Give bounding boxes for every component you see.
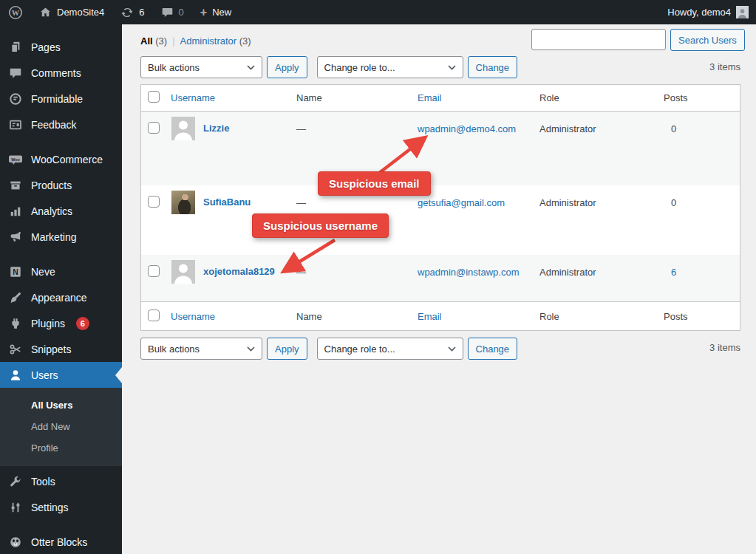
settings-icon (8, 500, 23, 515)
user-name: — (296, 267, 306, 278)
select-all-checkbox[interactable] (148, 310, 160, 321)
account-avatar[interactable] (736, 6, 749, 18)
sidebar-item-users[interactable]: Users (0, 362, 122, 388)
filter-all-count: (3) (155, 35, 167, 47)
updates-count: 6 (139, 7, 144, 18)
sidebar-item-settings[interactable]: Settings (0, 494, 122, 520)
search-users-button[interactable]: Search Users (670, 29, 745, 51)
column-header-posts: Posts (664, 92, 688, 103)
apply-button[interactable]: Apply (267, 338, 307, 360)
filter-separator: | (172, 35, 174, 47)
sidebar-item-plugins[interactable]: Plugins 6 (0, 310, 122, 336)
change-role-select[interactable]: Change role to... (317, 56, 463, 78)
sidebar-item-pages[interactable]: Pages (0, 34, 122, 60)
sidebar-item-neve[interactable]: N Neve (0, 259, 122, 284)
bulk-actions-select[interactable]: Bulk actions (140, 56, 262, 78)
user-avatar (171, 260, 195, 284)
user-email-link[interactable]: getsufia@gmail.com (418, 197, 505, 208)
admin-bar: W DemoSite4 6 0 + New Howdy, demo4 (0, 0, 756, 24)
tools-icon (8, 474, 23, 489)
feedback-icon (8, 117, 23, 132)
column-header-name: Name (296, 92, 322, 103)
user-role: Administrator (539, 267, 596, 278)
submenu-item-all-users[interactable]: All Users (0, 394, 122, 416)
column-header-username[interactable]: Username (171, 92, 215, 103)
sidebar-item-comments[interactable]: Comments (0, 60, 122, 86)
user-role: Administrator (539, 123, 596, 134)
plugins-update-badge: 6 (76, 317, 89, 330)
wordpress-logo-icon: W (8, 5, 23, 20)
updates-icon (120, 6, 134, 19)
annotation-suspicious-email: Suspicious email (318, 171, 431, 196)
column-header-email[interactable]: Email (418, 92, 442, 103)
sidebar-item-formidable[interactable]: Formidable (0, 86, 122, 112)
snippets-icon (8, 342, 23, 357)
column-footer-username[interactable]: Username (171, 311, 215, 322)
user-posts-count: 0 (671, 197, 676, 208)
sidebar-item-feedback[interactable]: Feedback (0, 112, 122, 137)
sidebar-item-products[interactable]: Products (0, 172, 122, 198)
sidebar-item-tools[interactable]: Tools (0, 468, 122, 494)
username-link[interactable]: Lizzie (203, 117, 229, 140)
updates-menu[interactable]: 6 (112, 0, 152, 24)
user-email-link[interactable]: wpadmin@demo4.com (418, 123, 516, 134)
new-label: New (212, 7, 231, 18)
row-checkbox[interactable] (148, 122, 160, 134)
site-name-menu[interactable]: DemoSite4 (31, 0, 112, 24)
column-header-role: Role (539, 92, 559, 103)
username-link[interactable]: xojetomala8129 (203, 260, 275, 284)
filter-administrator[interactable]: Administrator (180, 35, 237, 47)
apply-button[interactable]: Apply (267, 56, 307, 78)
column-footer-role: Role (539, 311, 559, 322)
column-footer-posts: Posts (664, 311, 688, 322)
appearance-icon (8, 290, 23, 305)
home-icon (39, 6, 52, 18)
comments-count: 0 (179, 7, 184, 18)
comments-icon (8, 66, 23, 81)
admin-sidebar: Pages Comments Formidable Feedback Woo W… (0, 24, 122, 554)
change-role-button[interactable]: Change (468, 56, 518, 78)
table-footer-row: Username Name Email Role Posts (141, 301, 740, 330)
change-role-button[interactable]: Change (468, 338, 518, 360)
howdy-account-menu[interactable]: Howdy, demo4 (667, 7, 731, 18)
products-icon (8, 178, 23, 193)
user-role-filters: All (3)|Administrator (3) (140, 35, 251, 47)
wordpress-logo-menu[interactable]: W (0, 0, 31, 24)
new-content-menu[interactable]: + New (192, 0, 239, 24)
user-email-link[interactable]: wpadmin@instawp.com (418, 267, 519, 278)
sidebar-item-snippets[interactable]: Snippets (0, 336, 122, 362)
sidebar-item-otter-blocks[interactable]: Otter Blocks (0, 529, 122, 554)
svg-text:W: W (12, 9, 20, 17)
users-page-content: All (3)|Administrator (3) Search Users B… (122, 24, 756, 554)
bulk-actions-toolbar-bottom: Bulk actions Apply Change role to... Cha… (140, 338, 517, 360)
chevron-down-icon (247, 65, 255, 70)
submenu-item-add-new[interactable]: Add New (0, 416, 122, 437)
select-all-checkbox[interactable] (148, 91, 160, 103)
user-posts-link[interactable]: 6 (671, 267, 676, 278)
user-row-lizzie: Lizzie — wpadmin@demo4.com Administrator… (141, 112, 740, 185)
plus-icon: + (200, 7, 207, 18)
sidebar-item-woocommerce[interactable]: Woo WooCommerce (0, 146, 122, 172)
comment-bubble-icon (161, 6, 174, 18)
user-row-sufiabanu: SufiaBanu — getsufia@gmail.com Administr… (141, 185, 740, 255)
sidebar-item-appearance[interactable]: Appearance (0, 284, 122, 310)
user-avatar (171, 117, 195, 140)
sidebar-item-analytics[interactable]: Analytics (0, 198, 122, 224)
row-checkbox[interactable] (148, 265, 160, 277)
filter-all[interactable]: All (140, 35, 153, 47)
search-users-input[interactable] (531, 29, 666, 50)
woocommerce-icon: Woo (8, 152, 23, 167)
users-submenu: All Users Add New Profile (0, 388, 122, 466)
row-checkbox[interactable] (148, 196, 160, 208)
comments-menu[interactable]: 0 (153, 0, 192, 24)
bulk-actions-toolbar-top: Bulk actions Apply Change role to... Cha… (140, 56, 517, 78)
bulk-actions-select[interactable]: Bulk actions (140, 338, 262, 360)
svg-text:N: N (13, 267, 18, 276)
svg-text:Woo: Woo (11, 157, 20, 161)
column-footer-email[interactable]: Email (418, 311, 442, 322)
user-row-xojetomala8129: xojetomala8129 — wpadmin@instawp.com Adm… (141, 255, 740, 301)
change-role-select[interactable]: Change role to... (317, 338, 463, 360)
sidebar-item-marketing[interactable]: Marketing (0, 224, 122, 250)
submenu-item-profile[interactable]: Profile (0, 437, 122, 459)
username-link[interactable]: SufiaBanu (203, 191, 251, 214)
